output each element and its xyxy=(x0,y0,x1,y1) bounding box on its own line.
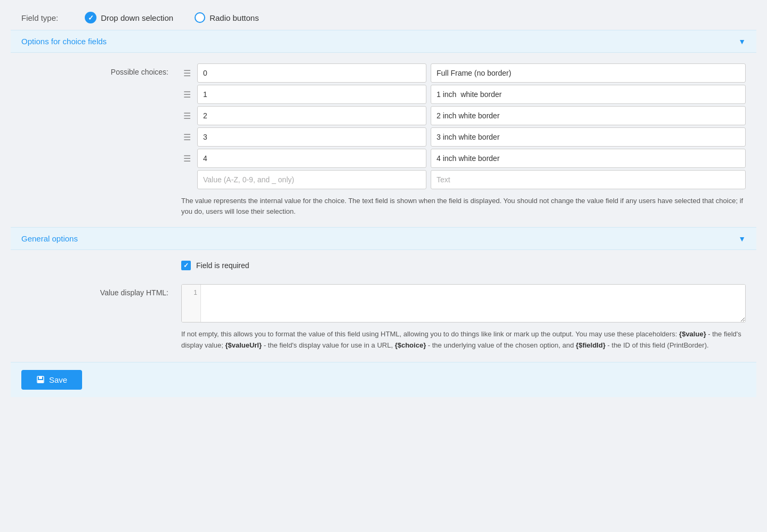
value-display-html-label: Value display HTML: xyxy=(21,284,181,351)
choice-fields-chevron-icon[interactable]: ▼ xyxy=(738,37,746,46)
choice-text-input-1[interactable] xyxy=(431,85,746,104)
choice-fields-title: Options for choice fields xyxy=(21,37,107,46)
choice-value-input-0[interactable] xyxy=(197,63,426,83)
placeholder-fieldId: {$fieldId} xyxy=(576,341,605,349)
choice-text-input-2[interactable] xyxy=(431,106,746,125)
choice-row-0: ☰ xyxy=(181,63,746,83)
value-display-html-textarea[interactable] xyxy=(201,285,745,322)
value-display-html-row: Value display HTML: 1 If not empty, this… xyxy=(21,284,746,351)
general-options-header: General options ▼ xyxy=(11,227,756,250)
dropdown-option[interactable]: Drop down selection xyxy=(85,12,173,23)
drag-handle-3[interactable]: ☰ xyxy=(181,130,193,144)
choice-text-input-0[interactable] xyxy=(431,63,746,83)
choices-hint: The value represents the internal value … xyxy=(181,196,746,216)
html-description: If not empty, this allows you to format … xyxy=(181,329,746,351)
choice-row-1: ☰ xyxy=(181,85,746,104)
save-button[interactable]: Save xyxy=(21,370,82,390)
save-bar: Save xyxy=(11,362,756,397)
drag-handle-1[interactable]: ☰ xyxy=(181,87,193,102)
general-options-chevron-icon[interactable]: ▼ xyxy=(738,235,746,243)
choice-value-input-3[interactable] xyxy=(197,127,426,147)
value-display-html-label-text: Value display HTML: xyxy=(100,288,168,297)
dropdown-label: Drop down selection xyxy=(101,13,173,22)
line-number-col: 1 xyxy=(182,285,201,322)
choices-content: ☰ ☰ ☰ xyxy=(181,63,746,216)
choice-row-3: ☰ xyxy=(181,127,746,147)
field-required-checkbox-row: Field is required xyxy=(181,261,746,270)
possible-choices-label: Possible choices: xyxy=(21,63,181,216)
value-display-html-content: 1 If not empty, this allows you to forma… xyxy=(181,284,746,351)
general-options-section: General options ▼ Field is required Valu… xyxy=(11,227,756,362)
textarea-container: 1 xyxy=(181,284,746,323)
choice-row-2: ☰ xyxy=(181,106,746,125)
field-required-label-col xyxy=(21,261,181,279)
dropdown-checked-icon xyxy=(85,12,96,23)
placeholder-valueUrl: {$valueUrl} xyxy=(225,341,262,349)
radio-option[interactable]: Radio buttons xyxy=(195,12,259,23)
choice-text-input-3[interactable] xyxy=(431,127,746,147)
general-options-title: General options xyxy=(21,234,78,243)
textarea-inner: 1 xyxy=(182,285,745,322)
drag-handle-2[interactable]: ☰ xyxy=(181,109,193,123)
field-required-checkbox[interactable] xyxy=(181,261,191,270)
drag-handle-4[interactable]: ☰ xyxy=(181,151,193,166)
placeholder-value: {$value} xyxy=(679,330,706,338)
save-icon xyxy=(36,375,45,384)
svg-rect-1 xyxy=(39,376,42,379)
drag-handle-0[interactable]: ☰ xyxy=(181,66,193,80)
placeholder-choice: {$choice} xyxy=(395,341,426,349)
field-type-label: Field type: xyxy=(21,13,58,22)
field-type-row: Field type: Drop down selection Radio bu… xyxy=(11,5,756,30)
radio-unchecked-icon xyxy=(195,12,205,23)
choice-fields-content: Possible choices: ☰ ☰ xyxy=(11,53,756,227)
possible-choices-text: Possible choices: xyxy=(111,68,168,76)
choice-value-input-1[interactable] xyxy=(197,85,426,104)
field-required-row: Field is required xyxy=(21,261,746,279)
choice-row-4: ☰ xyxy=(181,149,746,168)
choice-text-input-new[interactable] xyxy=(431,170,746,189)
page-wrapper: Field type: Drop down selection Radio bu… xyxy=(0,0,767,408)
choice-fields-header: Options for choice fields ▼ xyxy=(11,30,756,53)
choice-row-new: ☰ xyxy=(181,170,746,189)
save-button-label: Save xyxy=(49,375,67,384)
radio-label: Radio buttons xyxy=(209,13,259,22)
choice-value-input-new[interactable] xyxy=(197,170,426,189)
line-number: 1 xyxy=(193,289,197,296)
choice-text-input-4[interactable] xyxy=(431,149,746,168)
choice-value-input-4[interactable] xyxy=(197,149,426,168)
general-options-content: Field is required Value display HTML: 1 xyxy=(11,250,756,362)
choices-layout: Possible choices: ☰ ☰ xyxy=(21,63,746,216)
field-required-checkbox-label: Field is required xyxy=(196,261,249,270)
field-required-content: Field is required xyxy=(181,261,746,279)
choice-fields-section: Options for choice fields ▼ Possible cho… xyxy=(11,30,756,227)
choice-rows: ☰ ☰ ☰ xyxy=(181,63,746,189)
svg-rect-2 xyxy=(38,380,43,383)
choice-value-input-2[interactable] xyxy=(197,106,426,125)
